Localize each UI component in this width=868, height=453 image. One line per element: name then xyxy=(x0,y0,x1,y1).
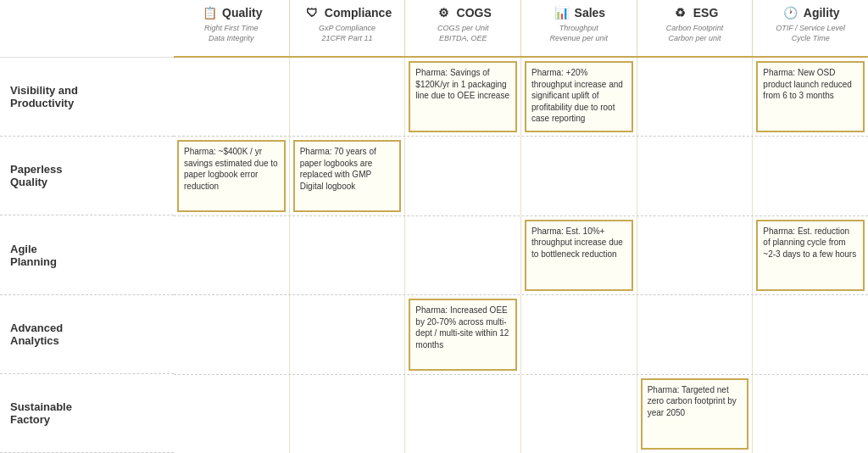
cell-r3-c1 xyxy=(290,295,406,373)
col-subtitle-agility: OTIF / Service LevelCycle Time xyxy=(776,24,845,43)
col-label-sales: Sales xyxy=(575,6,606,20)
col-label-quality: Quality xyxy=(222,6,262,20)
col-icon-compliance: 🛡 xyxy=(303,3,321,22)
cell-r0-c0 xyxy=(174,58,290,136)
main-container: Visibility andProductivityPaperlessQuali… xyxy=(0,0,868,453)
cell-r0-c2: Pharma: Savings of $120K/yr in 1 packagi… xyxy=(405,58,521,136)
col-title-agility: 🕐 Agility xyxy=(782,3,840,22)
row-label-paperless-quality: PaperlessQuality xyxy=(0,137,174,215)
data-row-3: Pharma: Increased OEE by 20-70% across m… xyxy=(174,295,868,374)
col-subtitle-quality: Right First TimeData Integrity xyxy=(204,24,258,43)
data-row-0: Pharma: Savings of $120K/yr in 1 packagi… xyxy=(174,58,868,137)
cell-r0-c1 xyxy=(290,58,406,136)
left-panel: Visibility andProductivityPaperlessQuali… xyxy=(0,0,174,453)
cell-r2-c4 xyxy=(637,216,754,294)
cell-card-r2-c3: Pharma: Est. 10%+ throughput increase du… xyxy=(525,220,633,291)
cell-r2-c1 xyxy=(290,216,406,294)
main-grid: 📋 Quality Right First TimeData Integrity… xyxy=(174,0,868,453)
cell-r2-c5: Pharma: Est. reduction of planning cycle… xyxy=(753,216,868,294)
cell-r1-c1: Pharma: 70 years of paper logbooks are r… xyxy=(290,137,406,215)
row-label-visibility-and-productivity: Visibility andProductivity xyxy=(0,58,174,137)
cell-r4-c2 xyxy=(405,375,521,453)
col-title-compliance: 🛡 Compliance xyxy=(303,3,392,22)
cell-r3-c0 xyxy=(174,295,290,373)
cell-r0-c4 xyxy=(637,58,754,136)
data-row-1: Pharma: ~$400K / yr savings estimated du… xyxy=(174,137,868,215)
cell-r4-c3 xyxy=(521,375,637,453)
cell-r1-c3 xyxy=(521,137,637,215)
col-icon-esg: ♻ xyxy=(671,3,690,22)
cell-card-r1-c0: Pharma: ~$400K / yr savings estimated du… xyxy=(177,140,286,211)
col-header-esg: ♻ ESG Carbon FootprintCarbon per unit xyxy=(637,0,754,56)
cell-r3-c4 xyxy=(637,295,754,373)
cell-r2-c3: Pharma: Est. 10%+ throughput increase du… xyxy=(521,216,637,294)
cell-card-r4-c4: Pharma: Targeted net zero carbon footpri… xyxy=(641,378,749,450)
cell-r4-c4: Pharma: Targeted net zero carbon footpri… xyxy=(637,375,754,453)
data-rows: Pharma: Savings of $120K/yr in 1 packagi… xyxy=(174,58,868,453)
col-subtitle-sales: ThroughputRevenue per unit xyxy=(550,24,609,43)
cell-card-r0-c5: Pharma: New OSD product launch reduced f… xyxy=(756,61,865,132)
cell-r4-c1 xyxy=(290,375,406,453)
col-icon-cogs: ⚙ xyxy=(435,3,453,22)
col-header-cogs: ⚙ COGS COGS per UnitEBITDA, OEE xyxy=(405,0,521,56)
cell-card-r3-c2: Pharma: Increased OEE by 20-70% across m… xyxy=(409,299,517,370)
cell-r3-c2: Pharma: Increased OEE by 20-70% across m… xyxy=(405,295,521,373)
col-subtitle-compliance: GxP Compliance21CFR Part 11 xyxy=(319,24,376,43)
cell-r1-c5 xyxy=(753,137,868,215)
cell-r2-c0 xyxy=(174,216,290,294)
cell-r1-c0: Pharma: ~$400K / yr savings estimated du… xyxy=(174,137,290,215)
col-title-quality: 📋 Quality xyxy=(200,3,262,22)
cell-r1-c4 xyxy=(637,137,754,215)
row-label-advanced-analytics: AdvancedAnalytics xyxy=(0,295,174,374)
header-row: 📋 Quality Right First TimeData Integrity… xyxy=(174,0,868,58)
col-label-cogs: COGS xyxy=(457,6,492,20)
col-label-agility: Agility xyxy=(804,6,840,20)
col-header-sales: 📊 Sales ThroughputRevenue per unit xyxy=(521,0,637,56)
cell-r0-c5: Pharma: New OSD product launch reduced f… xyxy=(753,58,868,136)
intro-box xyxy=(0,0,174,58)
col-header-agility: 🕐 Agility OTIF / Service LevelCycle Time xyxy=(753,0,868,56)
cell-r4-c5 xyxy=(753,375,868,453)
cell-card-r1-c1: Pharma: 70 years of paper logbooks are r… xyxy=(293,140,402,211)
col-title-cogs: ⚙ COGS xyxy=(435,3,492,22)
cell-r3-c5 xyxy=(753,295,868,373)
cell-card-r0-c3: Pharma: +20% throughput increase and sig… xyxy=(525,61,633,132)
col-icon-sales: 📊 xyxy=(553,3,571,22)
col-icon-quality: 📋 xyxy=(200,3,219,22)
col-header-quality: 📋 Quality Right First TimeData Integrity xyxy=(174,0,290,56)
cell-r1-c2 xyxy=(405,137,521,215)
col-header-compliance: 🛡 Compliance GxP Compliance21CFR Part 11 xyxy=(290,0,406,56)
cell-r0-c3: Pharma: +20% throughput increase and sig… xyxy=(521,58,637,136)
col-label-compliance: Compliance xyxy=(325,6,392,20)
cell-r2-c2 xyxy=(405,216,521,294)
col-label-esg: ESG xyxy=(693,6,719,20)
col-title-esg: ♻ ESG xyxy=(671,3,719,22)
cell-r3-c3 xyxy=(521,295,637,373)
col-icon-agility: 🕐 xyxy=(782,3,800,22)
cell-card-r2-c5: Pharma: Est. reduction of planning cycle… xyxy=(756,220,865,291)
row-label-sustainable-factory: SustainableFactory xyxy=(0,374,174,453)
data-row-4: Pharma: Targeted net zero carbon footpri… xyxy=(174,375,868,453)
cell-r4-c0 xyxy=(174,375,290,453)
data-row-2: Pharma: Est. 10%+ throughput increase du… xyxy=(174,216,868,295)
cell-card-r0-c2: Pharma: Savings of $120K/yr in 1 packagi… xyxy=(409,61,517,132)
row-label-agile-planning: AgilePlanning xyxy=(0,215,174,294)
col-title-sales: 📊 Sales xyxy=(553,3,606,22)
col-subtitle-esg: Carbon FootprintCarbon per unit xyxy=(666,24,724,43)
col-subtitle-cogs: COGS per UnitEBITDA, OEE xyxy=(437,24,489,43)
